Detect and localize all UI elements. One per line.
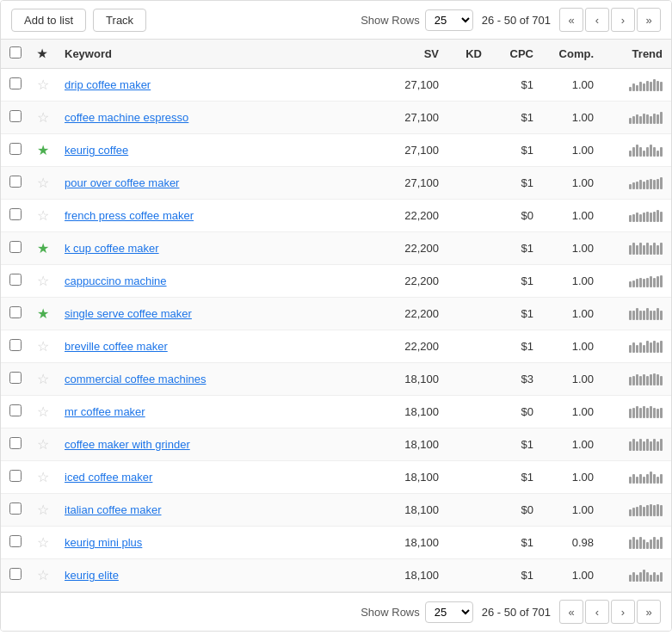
- trend-bar: [629, 501, 663, 516]
- sv-value: 18,100: [379, 396, 447, 428]
- page-first-button[interactable]: «: [559, 8, 583, 32]
- keyword-link[interactable]: iced coffee maker: [65, 471, 152, 484]
- keyword-link[interactable]: keurig coffee: [65, 144, 128, 157]
- trend-bar-segment: [660, 537, 663, 549]
- keyword-link[interactable]: drip coffee maker: [65, 78, 151, 91]
- page-last-button[interactable]: »: [637, 8, 661, 32]
- rows-per-page-select[interactable]: 25 10 50 100: [425, 9, 473, 31]
- sv-value: 27,100: [379, 69, 447, 102]
- keyword-link[interactable]: cappuccino machine: [65, 274, 167, 287]
- row-checkbox[interactable]: [9, 208, 22, 220]
- kd-value: [447, 232, 490, 265]
- table-row: ☆drip coffee maker27,100$11.00: [1, 69, 671, 102]
- row-checkbox[interactable]: [9, 372, 22, 384]
- row-checkbox[interactable]: [9, 502, 22, 515]
- star-filled-icon[interactable]: ★: [37, 241, 49, 256]
- comp-value: 1.00: [542, 134, 602, 167]
- trend-bar-segment: [636, 85, 638, 91]
- show-rows-label: Show Rows: [361, 14, 420, 27]
- star-empty-icon[interactable]: ☆: [37, 372, 49, 386]
- keyword-link[interactable]: coffee machine espresso: [65, 111, 188, 124]
- keyword-link[interactable]: commercial coffee machines: [65, 373, 207, 385]
- keyword-link[interactable]: french press coffee maker: [65, 209, 194, 222]
- add-to-list-button[interactable]: Add to list: [11, 9, 86, 32]
- row-checkbox[interactable]: [9, 470, 22, 482]
- table-row: ★keurig coffee27,100$11.00: [1, 134, 671, 167]
- trend-bar-segment: [629, 118, 632, 124]
- star-filled-icon[interactable]: ★: [37, 306, 49, 321]
- keyword-link[interactable]: pour over coffee maker: [65, 176, 179, 189]
- trend-bar-segment: [632, 311, 635, 320]
- trend-bar-segment: [646, 278, 649, 287]
- row-checkbox[interactable]: [9, 306, 22, 318]
- row-checkbox[interactable]: [9, 437, 22, 449]
- kd-value: [447, 527, 490, 559]
- row-checkbox[interactable]: [9, 110, 22, 122]
- trend-chart: [602, 200, 671, 232]
- footer-page-first-button[interactable]: «: [559, 600, 583, 624]
- star-empty-icon[interactable]: ☆: [37, 208, 49, 223]
- row-checkbox[interactable]: [9, 568, 22, 580]
- trend-chart: [602, 461, 671, 494]
- star-empty-icon[interactable]: ☆: [37, 568, 49, 583]
- trend-bar-segment: [643, 406, 645, 418]
- star-empty-icon[interactable]: ☆: [37, 535, 49, 550]
- keyword-link[interactable]: keurig mini plus: [65, 536, 142, 549]
- trend-bar-segment: [657, 441, 659, 451]
- footer-page-last-button[interactable]: »: [637, 600, 661, 624]
- trend-bar-segment: [636, 308, 638, 320]
- keyword-link[interactable]: mr coffee maker: [65, 405, 145, 418]
- comp-value: 1.00: [542, 167, 602, 200]
- footer-page-next-button[interactable]: ›: [611, 600, 635, 624]
- cpc-value: $1: [490, 461, 542, 494]
- toolbar-left: Add to list Track: [11, 9, 354, 32]
- star-empty-icon[interactable]: ☆: [37, 176, 49, 190]
- row-checkbox[interactable]: [9, 176, 22, 188]
- page-next-button[interactable]: ›: [611, 8, 635, 32]
- row-checkbox[interactable]: [9, 339, 22, 351]
- star-empty-icon[interactable]: ☆: [37, 274, 49, 288]
- star-empty-icon[interactable]: ☆: [37, 110, 49, 125]
- trend-bar-segment: [646, 542, 649, 549]
- track-button[interactable]: Track: [93, 9, 146, 32]
- trend-bar-segment: [643, 279, 645, 287]
- trend-bar-segment: [629, 87, 632, 91]
- kd-value: [447, 298, 490, 330]
- star-empty-icon[interactable]: ☆: [37, 502, 49, 517]
- trend-chart: [602, 527, 671, 559]
- trend-bar-segment: [632, 214, 635, 222]
- star-empty-icon[interactable]: ☆: [37, 470, 49, 484]
- sv-value: 22,200: [379, 232, 447, 265]
- row-checkbox[interactable]: [9, 241, 22, 253]
- trend-chart: [602, 134, 671, 167]
- page-prev-button[interactable]: ‹: [585, 8, 609, 32]
- footer-page-prev-button[interactable]: ‹: [585, 600, 609, 624]
- star-filled-icon[interactable]: ★: [37, 143, 49, 157]
- trend-bar-segment: [632, 537, 635, 549]
- keyword-link[interactable]: single serve coffee maker: [65, 307, 192, 320]
- keyword-link[interactable]: breville coffee maker: [65, 340, 168, 353]
- footer-pagination-info: 26 - 50 of 701: [482, 606, 551, 619]
- star-empty-icon[interactable]: ☆: [37, 437, 49, 452]
- row-checkbox[interactable]: [9, 77, 22, 89]
- table-row: ★k cup coffee maker22,200$11.00: [1, 232, 671, 265]
- sv-value: 27,100: [379, 134, 447, 167]
- trend-chart: [602, 167, 671, 200]
- keyword-link[interactable]: italian coffee maker: [65, 503, 162, 516]
- star-empty-icon[interactable]: ☆: [37, 404, 49, 419]
- row-checkbox[interactable]: [9, 274, 22, 286]
- select-all-checkbox[interactable]: [9, 46, 22, 59]
- footer-rows-per-page-select[interactable]: 25 10 50 100: [425, 601, 473, 623]
- row-checkbox[interactable]: [9, 143, 22, 155]
- keyword-link[interactable]: k cup coffee maker: [65, 242, 159, 255]
- star-empty-icon[interactable]: ☆: [37, 77, 49, 92]
- keyword-link[interactable]: coffee maker with grinder: [65, 438, 190, 451]
- trend-chart: [602, 559, 671, 592]
- row-checkbox[interactable]: [9, 535, 22, 547]
- keyword-link[interactable]: keurig elite: [65, 569, 119, 582]
- row-checkbox[interactable]: [9, 404, 22, 416]
- sv-value: 18,100: [379, 527, 447, 559]
- star-empty-icon[interactable]: ☆: [37, 339, 49, 354]
- trend-bar-segment: [632, 83, 635, 91]
- trend-bar-segment: [636, 213, 638, 222]
